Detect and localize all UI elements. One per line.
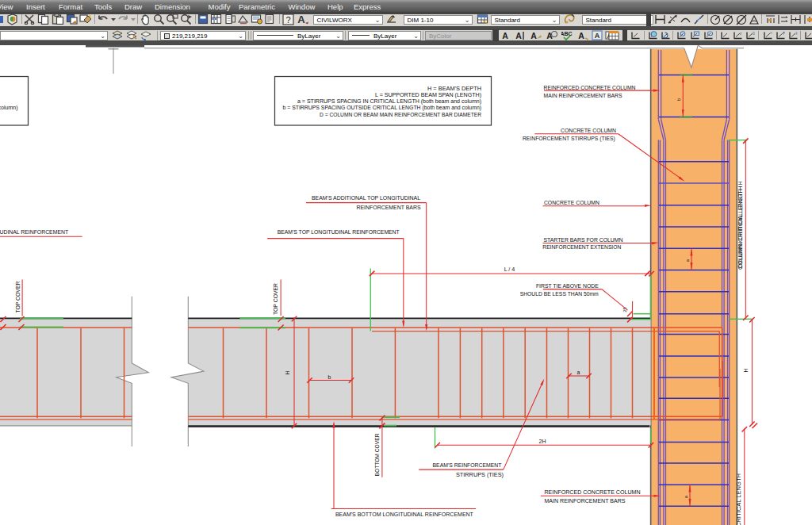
svg-text:SHOULD BE LESS THAN 50mm: SHOULD BE LESS THAN 50mm xyxy=(520,290,599,297)
svg-text:REINFORCEMENT STIRRUPS (TIES): REINFORCEMENT STIRRUPS (TIES) xyxy=(523,135,615,142)
svg-text:A: A xyxy=(297,13,305,25)
svg-text:A: A xyxy=(502,31,508,40)
svg-text:TOP COVER: TOP COVER xyxy=(272,282,279,315)
svg-text:D = COLUMN OR BEAM MAIN REINFO: D = COLUMN OR BEAM MAIN REINFORCEMENT BA… xyxy=(320,111,481,118)
svg-text:STIRRUPS (TIES): STIRRUPS (TIES) xyxy=(456,471,504,478)
svg-text:H: H xyxy=(285,370,290,374)
svg-text:COLUMN CRITICAL LENGTH: COLUMN CRITICAL LENGTH xyxy=(736,473,741,525)
svg-text:b: b xyxy=(328,374,331,380)
svg-text:TOP COVER: TOP COVER xyxy=(14,281,21,313)
svg-text:3: 3 xyxy=(753,31,756,36)
svg-text:BEAM'S BOTTOM LONGITUDINAL REI: BEAM'S BOTTOM LONGITUDINAL REINFORCEMENT xyxy=(335,511,473,518)
svg-text:H: H xyxy=(743,368,749,372)
svg-text:BEAM'S ADDITIONAL TOP LONGITUD: BEAM'S ADDITIONAL TOP LONGITUDINAL xyxy=(312,194,420,201)
svg-text:COLUMN CRITICAL LENGTH: COLUMN CRITICAL LENGTH xyxy=(737,186,743,268)
svg-text:MAIN REINFORCEMENT BARS: MAIN REINFORCEMENT BARS xyxy=(545,497,626,504)
svg-text:MAIN REINFORCEMENT BARS: MAIN REINFORCEMENT BARS xyxy=(544,92,622,99)
svg-text:CONCRETE COLUMN: CONCRETE COLUMN xyxy=(561,127,616,134)
svg-text:A: A xyxy=(595,32,600,40)
svg-text:CONCRETE COLUMN: CONCRETE COLUMN xyxy=(544,199,599,206)
svg-text:BEAM'S REINFORCEMENT: BEAM'S REINFORCEMENT xyxy=(433,462,502,469)
svg-text:A: A xyxy=(530,31,537,40)
svg-text:H: H xyxy=(737,181,743,185)
svg-text:REINFORCEMENT BARS: REINFORCEMENT BARS xyxy=(357,204,421,211)
svg-text:BOTTOM COVER: BOTTOM COVER xyxy=(373,433,381,477)
svg-text:BEAM'S TOP LONGITUDINAL REINFO: BEAM'S TOP LONGITUDINAL REINFORCEMENT xyxy=(0,228,68,236)
svg-text:FIRST TIE ABOVE NODE: FIRST TIE ABOVE NODE xyxy=(536,282,599,289)
svg-text:STARTER BARS FOR COLUMN: STARTER BARS FOR COLUMN xyxy=(544,236,623,243)
svg-text:A: A xyxy=(515,31,522,40)
svg-text:b: b xyxy=(676,98,681,101)
svg-text:a: a xyxy=(577,370,580,375)
svg-text:L / 4: L / 4 xyxy=(504,266,515,273)
svg-text:column): column) xyxy=(0,104,18,111)
svg-text:2H: 2H xyxy=(539,439,546,444)
svg-text:ABC: ABC xyxy=(561,31,573,36)
svg-text:BEAM'S TOP LONGITUDINAL REINFO: BEAM'S TOP LONGITUDINAL REINFORCEMENT xyxy=(278,228,400,236)
svg-text:z: z xyxy=(740,31,742,36)
svg-text:A: A xyxy=(578,31,584,40)
svg-text:REINFORCEMENT EXTENSION: REINFORCEMENT EXTENSION xyxy=(542,243,621,251)
svg-text:?: ? xyxy=(285,15,290,25)
svg-text:REINFORCED CONCRETE COLUMN: REINFORCED CONCRETE COLUMN xyxy=(545,489,641,496)
